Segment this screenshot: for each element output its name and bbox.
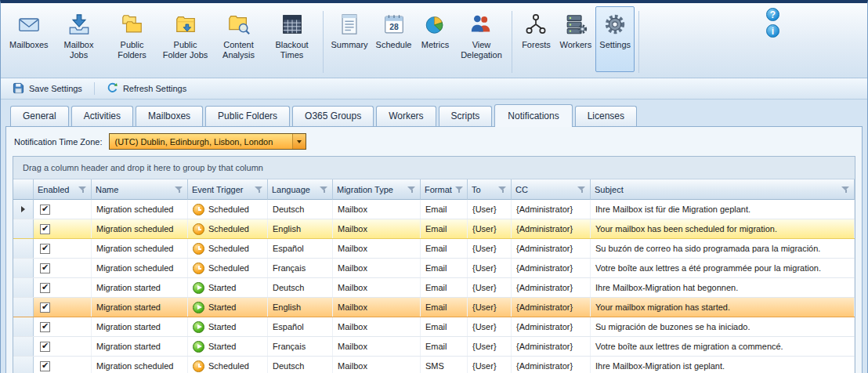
row-indicator-cell[interactable] [13,298,34,317]
enabled-cell[interactable] [34,357,92,373]
name-cell[interactable]: Migration scheduled [92,357,188,373]
migration-type-cell[interactable]: Mailbox [333,278,421,297]
enabled-checkbox[interactable] [40,244,50,254]
format-cell[interactable]: Email [421,239,468,258]
to-cell[interactable]: {User} [468,317,512,336]
enabled-checkbox[interactable] [40,205,50,215]
language-cell[interactable]: Español [268,239,333,258]
filter-icon[interactable] [407,186,416,194]
table-row[interactable]: Migration scheduled Scheduled English Ma… [13,219,855,239]
name-cell[interactable]: Migration scheduled [92,259,188,277]
dropdown-arrow-icon[interactable] [292,134,306,149]
name-cell[interactable]: Migration started [92,317,188,336]
tab-activities[interactable]: Activities [71,106,133,126]
tab-workers[interactable]: Workers [376,106,436,126]
format-cell[interactable]: Email [421,337,468,356]
enabled-cell[interactable] [34,317,92,336]
filter-icon[interactable] [320,186,328,194]
save-settings-button[interactable]: Save Settings [7,81,88,97]
to-cell[interactable]: {User} [468,259,512,277]
column-header-migration-type[interactable]: Migration Type [333,179,421,200]
cc-cell[interactable]: {Administrator} [512,317,591,336]
ribbon-button-public-folders[interactable]: Public Folders [106,6,159,72]
event-trigger-cell[interactable]: Started [188,317,268,336]
timezone-dropdown[interactable]: (UTC) Dublin, Edinburgh, Lisbon, London [109,133,306,150]
group-by-bar[interactable]: Drag a column header and drop it here to… [13,157,855,179]
table-row[interactable]: Migration scheduled Scheduled Français M… [13,259,855,278]
column-header-name[interactable]: Name [92,179,188,200]
tab-mailboxes[interactable]: Mailboxes [136,106,203,126]
enabled-cell[interactable] [34,337,92,356]
column-header-subject[interactable]: Subject [591,179,855,200]
tab-general[interactable]: General [10,106,69,126]
migration-type-cell[interactable]: Mailbox [333,239,421,258]
to-cell[interactable]: {User} [468,200,512,219]
format-cell[interactable]: Email [421,200,468,219]
enabled-checkbox[interactable] [40,361,50,371]
subject-cell[interactable]: Votre boîte aux lettres a été programmée… [591,259,855,277]
cc-cell[interactable]: {Administrator} [512,219,591,238]
event-trigger-cell[interactable]: Started [188,278,268,297]
help-icon[interactable]: ? [766,8,779,21]
cc-cell[interactable]: {Administrator} [512,337,591,356]
ribbon-button-forests[interactable]: Forests [516,6,555,72]
language-cell[interactable]: Français [268,259,333,277]
name-cell[interactable]: Migration scheduled [92,219,188,238]
enabled-checkbox[interactable] [40,283,50,293]
enabled-checkbox[interactable] [40,322,50,332]
tab-o365-groups[interactable]: O365 Groups [292,106,374,126]
to-cell[interactable]: {User} [468,298,512,317]
format-cell[interactable]: Email [421,219,468,238]
row-indicator-cell[interactable] [13,259,34,277]
to-cell[interactable]: {User} [468,278,512,297]
row-indicator-cell[interactable] [13,219,34,238]
name-cell[interactable]: Migration started [92,337,188,356]
format-cell[interactable]: Email [421,298,468,317]
column-header-to[interactable]: To [468,179,512,200]
row-indicator-cell[interactable] [13,357,34,373]
migration-type-cell[interactable]: Mailbox [333,200,421,219]
subject-cell[interactable]: Ihre Mailbox-Migration ist geplant. [591,357,855,373]
ribbon-button-blackout-times[interactable]: Blackout Times [266,6,319,72]
enabled-checkbox[interactable] [40,342,50,352]
column-header-format[interactable]: Format [421,179,468,200]
table-row[interactable]: Migration started Started English Mailbo… [13,298,855,317]
filter-icon[interactable] [841,186,850,194]
subject-cell[interactable]: Su buzón de correo ha sido programada pa… [591,239,855,258]
column-header-enabled[interactable]: Enabled [34,179,92,200]
table-row[interactable]: Migration started Started Deutsch Mailbo… [13,278,855,298]
table-row[interactable]: Migration started Started Français Mailb… [13,337,855,357]
cc-cell[interactable]: {Administrator} [512,200,591,219]
format-cell[interactable]: SMS [421,357,468,373]
column-header-event-trigger[interactable]: Event Trigger [188,179,268,200]
refresh-settings-button[interactable]: Refresh Settings [101,81,192,97]
event-trigger-cell[interactable]: Scheduled [188,200,268,219]
filter-icon[interactable] [577,186,586,194]
column-header-language[interactable]: Language [268,179,333,200]
row-indicator-cell[interactable] [13,337,34,356]
cc-cell[interactable]: {Administrator} [512,357,591,373]
ribbon-button-view-delegation[interactable]: View Delegation [454,6,508,72]
migration-type-cell[interactable]: Mailbox [333,317,421,336]
event-trigger-cell[interactable]: Scheduled [188,239,268,258]
enabled-cell[interactable] [34,239,92,258]
format-cell[interactable]: Email [421,317,468,336]
enabled-cell[interactable] [34,200,92,219]
ribbon-button-summary[interactable]: Summary [327,6,372,72]
subject-cell[interactable]: Your mailbox has been scheduled for migr… [591,219,855,238]
ribbon-button-settings[interactable]: Settings [595,6,635,72]
enabled-cell[interactable] [34,278,92,297]
subject-cell[interactable]: Su migración de buzones se ha iniciado. [591,317,855,336]
migration-type-cell[interactable]: Mailbox [333,259,421,277]
table-row[interactable]: Migration scheduled Scheduled Deutsch Ma… [13,200,855,219]
table-row[interactable]: Migration started Started Español Mailbo… [13,317,855,337]
table-row[interactable]: Migration scheduled Scheduled Deutsch Ma… [13,357,855,373]
name-cell[interactable]: Migration started [92,298,188,317]
subject-cell[interactable]: Your mailbox migration has started. [591,298,855,317]
subject-cell[interactable]: Votre boîte aux lettres de migration a c… [591,337,855,356]
enabled-checkbox[interactable] [40,302,50,313]
language-cell[interactable]: Deutsch [268,200,333,219]
filter-icon[interactable] [78,186,87,194]
to-cell[interactable]: {User} [468,239,512,258]
enabled-checkbox[interactable] [40,263,50,273]
